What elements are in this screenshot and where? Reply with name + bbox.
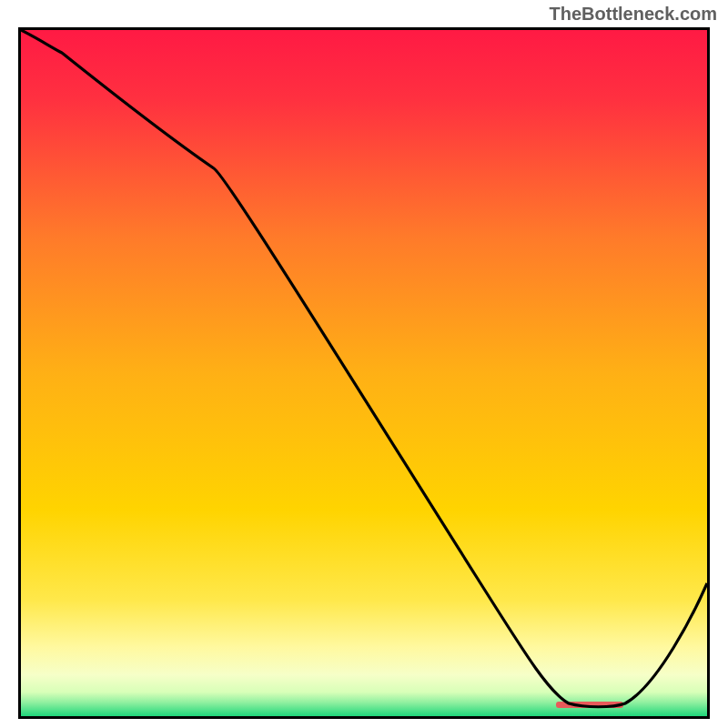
plot-area	[18, 27, 710, 719]
watermark-text: TheBottleneck.com	[550, 4, 717, 25]
chart-curve	[21, 30, 707, 716]
bottleneck-curve	[21, 30, 707, 707]
